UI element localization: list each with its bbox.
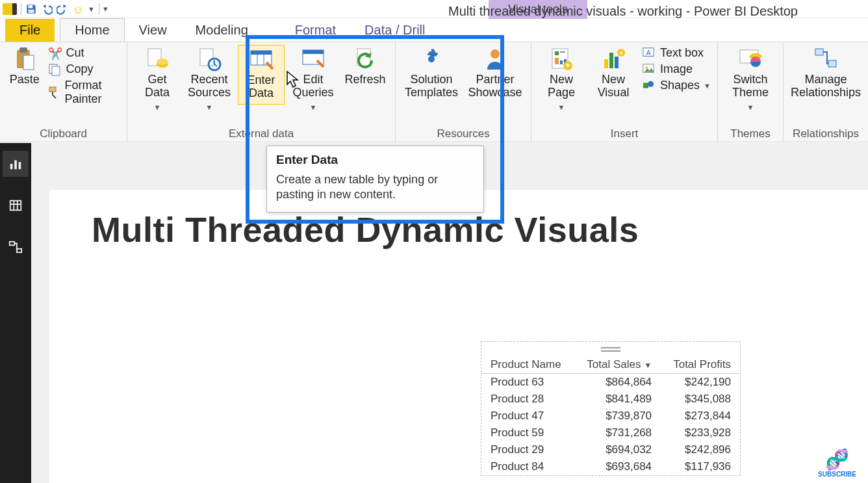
image-label: Image <box>660 62 693 76</box>
table-row[interactable]: Product 84$693,684$117,936 <box>481 458 740 475</box>
svg-rect-30 <box>604 59 608 68</box>
switch-theme-button[interactable]: Switch Theme ▼ <box>724 45 776 112</box>
col-header-sales[interactable]: Total Sales ▼ <box>574 356 661 374</box>
dropdown-icon: ▼ <box>704 82 711 90</box>
svg-rect-18 <box>303 50 324 54</box>
tab-file[interactable]: File <box>5 19 55 42</box>
nav-report-icon[interactable] <box>3 151 29 177</box>
svg-text:✶: ✶ <box>565 61 571 70</box>
tooltip: Enter Data Create a new table by typing … <box>266 146 484 213</box>
dropdown-icon[interactable]: ▼ <box>88 5 95 13</box>
table-row[interactable]: Product 47$739,870$273,844 <box>481 408 740 424</box>
undo-icon[interactable] <box>41 3 53 15</box>
svg-point-21 <box>491 49 500 59</box>
cell-sales: $841,489 <box>574 391 661 408</box>
tab-home[interactable]: Home <box>60 18 124 42</box>
svg-rect-26 <box>560 60 563 64</box>
switch-theme-icon <box>737 46 763 72</box>
solution-templates-button[interactable]: Solution Templates <box>402 45 461 103</box>
tab-view[interactable]: View <box>125 19 181 42</box>
customize-qat-icon[interactable]: ▾ <box>103 4 108 14</box>
svg-rect-46 <box>14 161 17 170</box>
new-page-button[interactable]: ✶ New Page ▼ <box>538 45 585 112</box>
group-label: Clipboard <box>6 126 120 140</box>
image-button[interactable]: Image <box>642 62 711 76</box>
cell-name: Product 59 <box>481 424 574 441</box>
switch-theme-label: Switch Theme <box>732 73 769 102</box>
recent-sources-label: Recent Sources <box>188 73 231 102</box>
partner-showcase-button[interactable]: Partner Showcase <box>466 45 524 103</box>
col-header-profits[interactable]: Total Profits <box>661 356 740 374</box>
save-icon[interactable] <box>25 3 37 15</box>
svg-rect-0 <box>29 5 33 8</box>
shapes-button[interactable]: Shapes ▼ <box>642 79 711 92</box>
get-data-button[interactable]: Get Data ▼ <box>134 45 181 112</box>
svg-rect-48 <box>10 201 21 211</box>
tooltip-title: Enter Data <box>276 153 474 167</box>
new-visual-button[interactable]: ✶ New Visual <box>590 45 637 103</box>
table-row[interactable]: Product 59$731,268$233,928 <box>481 424 740 441</box>
svg-rect-1 <box>29 9 34 12</box>
recent-sources-button[interactable]: Recent Sources ▼ <box>186 45 233 112</box>
redo-icon[interactable] <box>57 3 68 15</box>
table-visual[interactable]: Product Name Total Sales ▼ Total Profits… <box>481 341 741 476</box>
enter-data-button[interactable]: Enter Data <box>238 45 285 105</box>
svg-rect-44 <box>828 60 836 67</box>
nav-model-icon[interactable] <box>3 234 29 260</box>
smiley-icon[interactable]: ☺ <box>72 3 84 15</box>
nav-data-icon[interactable] <box>3 192 29 218</box>
svg-text:A: A <box>646 48 651 56</box>
format-painter-button[interactable]: Format Painter <box>48 79 120 106</box>
svg-point-38 <box>646 66 648 69</box>
tab-data-drill[interactable]: Data / Drill <box>350 19 439 42</box>
tab-modeling[interactable]: Modeling <box>181 19 262 42</box>
format-painter-icon <box>48 86 61 99</box>
table-row[interactable]: Product 28$841,489$345,088 <box>481 391 740 408</box>
group-clipboard: Paste ✂️ Cut Copy Format Painte <box>0 42 127 142</box>
format-painter-label: Format Painter <box>65 79 120 106</box>
group-label: External data <box>134 126 389 140</box>
tab-format[interactable]: Format <box>281 19 350 42</box>
enter-data-icon <box>248 47 274 73</box>
paste-label: Paste <box>10 73 40 102</box>
paste-button[interactable]: Paste <box>6 45 43 103</box>
text-box-button[interactable]: A Text box <box>642 46 711 60</box>
enter-data-label: Enter Data <box>248 74 275 103</box>
manage-relationships-button[interactable]: Manage Relationships <box>790 45 862 103</box>
svg-rect-23 <box>555 51 559 55</box>
svg-rect-25 <box>555 58 559 64</box>
window-title: Multi threaded dynamic visuals - working… <box>448 4 798 19</box>
copy-icon <box>48 63 62 76</box>
edit-queries-button[interactable]: Edit Queries ▼ <box>290 45 337 112</box>
data-table: Product Name Total Sales ▼ Total Profits… <box>481 356 740 475</box>
col-header-name[interactable]: Product Name <box>481 356 574 374</box>
copy-button[interactable]: Copy <box>48 62 120 76</box>
svg-rect-53 <box>17 249 21 253</box>
group-relationships: Manage Relationships Relationships <box>784 42 868 142</box>
group-insert: ✶ New Page ▼ ✶ New Visual A Text box <box>531 42 718 142</box>
svg-rect-45 <box>10 164 13 169</box>
dna-icon: 🧬 <box>818 448 856 471</box>
cell-profits: $117,936 <box>661 458 740 475</box>
cell-name: Product 29 <box>481 441 574 458</box>
report-page[interactable]: Multi Threaded Dynamic Visuals <box>49 190 868 483</box>
partner-showcase-icon <box>482 46 508 72</box>
separator <box>99 3 99 15</box>
new-visual-label: New Visual <box>598 73 630 102</box>
subscribe-label: SUBSCRIBE <box>818 471 856 478</box>
dropdown-icon: ▼ <box>206 103 213 111</box>
manage-relationships-label: Manage Relationships <box>791 73 861 102</box>
svg-rect-47 <box>19 162 21 169</box>
cut-button[interactable]: ✂️ Cut <box>48 46 120 60</box>
cell-sales: $731,268 <box>574 424 661 441</box>
cell-sales: $864,864 <box>574 374 661 391</box>
svg-rect-43 <box>815 49 823 55</box>
table-row[interactable]: Product 63$864,864$242,190 <box>481 374 740 391</box>
cell-name: Product 28 <box>481 391 574 408</box>
refresh-button[interactable]: Refresh <box>342 45 389 103</box>
table-row[interactable]: Product 29$694,032$242,896 <box>481 441 740 458</box>
app-logo-icon <box>3 3 17 15</box>
shapes-label: Shapes <box>660 79 700 92</box>
visual-grip-icon[interactable] <box>601 347 620 350</box>
ribbon: Paste ✂️ Cut Copy Format Painte <box>0 42 868 142</box>
